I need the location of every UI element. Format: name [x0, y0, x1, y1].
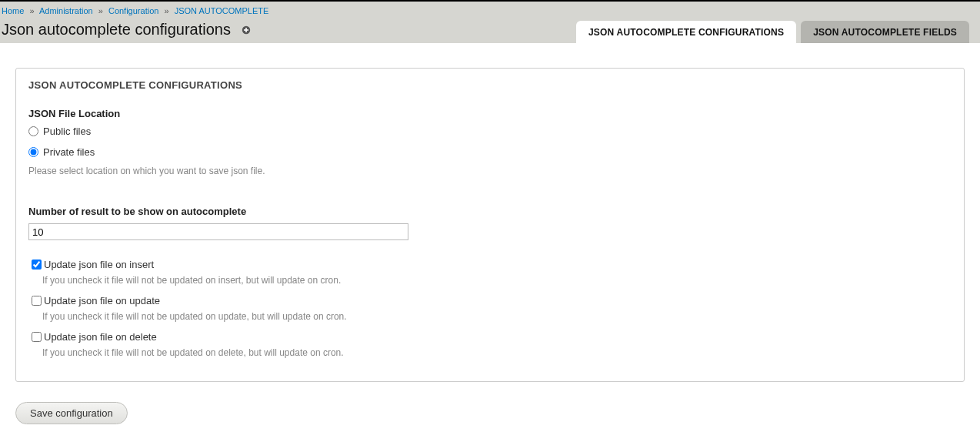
radio-private-files-row[interactable]: Private files: [28, 146, 952, 158]
save-row: Save configuration: [0, 393, 980, 432]
radio-public-files[interactable]: [28, 126, 38, 136]
breadcrumb-administration[interactable]: Administration: [39, 6, 93, 15]
header-area: Home » Administration » Configuration » …: [0, 2, 980, 43]
checkbox-update-on-delete-label: Update json file on delete: [44, 331, 157, 343]
cb-insert-row[interactable]: Update json file on insert: [28, 257, 952, 272]
checkbox-update-on-insert-label: Update json file on insert: [44, 259, 154, 270]
num-results-block: Number of result to be show on autocompl…: [28, 206, 952, 240]
radio-private-files-label: Private files: [43, 146, 95, 158]
cb-insert-item: Update json file on insert If you unchec…: [28, 257, 952, 286]
save-configuration-button[interactable]: Save configuration: [15, 402, 128, 424]
page-title-text: Json autocomplete configurations: [2, 21, 231, 39]
breadcrumb: Home » Administration » Configuration » …: [0, 2, 980, 17]
num-results-label: Number of result to be show on autocompl…: [28, 206, 952, 217]
cb-update-item: Update json file on update If you unchec…: [28, 293, 952, 322]
breadcrumb-sep: »: [164, 6, 168, 15]
cb-delete-item: Update json file on delete If you unchec…: [28, 330, 952, 358]
radio-public-files-label: Public files: [43, 126, 91, 137]
checkbox-update-on-update[interactable]: [32, 296, 42, 306]
tab-fields[interactable]: JSON AUTOCOMPLETE FIELDS: [801, 21, 969, 43]
cb-insert-help: If you uncheck it file will not be updat…: [42, 275, 952, 286]
checkbox-update-on-update-label: Update json file on update: [44, 295, 160, 306]
radio-public-files-row[interactable]: Public files: [28, 126, 952, 137]
config-panel: JSON AUTOCOMPLETE CONFIGURATIONS JSON Fi…: [15, 68, 965, 382]
cb-delete-help: If you uncheck it file will not be updat…: [42, 347, 952, 358]
breadcrumb-sep: »: [98, 6, 103, 15]
checkbox-update-on-insert[interactable]: [32, 260, 42, 270]
checkbox-update-on-delete[interactable]: [32, 332, 42, 342]
tab-configurations[interactable]: JSON AUTOCOMPLETE CONFIGURATIONS: [576, 21, 796, 43]
tabs: JSON AUTOCOMPLETE CONFIGURATIONS JSON AU…: [576, 21, 980, 43]
cb-delete-row[interactable]: Update json file on delete: [28, 330, 952, 344]
add-icon[interactable]: [242, 25, 251, 35]
title-row: Json autocomplete configurations JSON AU…: [0, 17, 980, 43]
panel-heading: JSON AUTOCOMPLETE CONFIGURATIONS: [28, 79, 952, 91]
radio-private-files[interactable]: [28, 147, 38, 157]
num-results-input[interactable]: [28, 223, 408, 240]
breadcrumb-configuration[interactable]: Configuration: [108, 6, 158, 15]
page-title: Json autocomplete configurations: [2, 21, 251, 43]
breadcrumb-sep: »: [29, 6, 34, 15]
svg-rect-2: [244, 29, 248, 31]
cb-update-row[interactable]: Update json file on update: [28, 293, 952, 308]
cb-update-help: If you uncheck it file will not be updat…: [42, 311, 952, 322]
breadcrumb-home[interactable]: Home: [2, 6, 24, 15]
file-location-label: JSON File Location: [28, 108, 952, 119]
main-area: JSON AUTOCOMPLETE CONFIGURATIONS JSON Fi…: [0, 43, 980, 393]
file-location-help: Please select location on which you want…: [28, 166, 952, 176]
checkbox-group: Update json file on insert If you unchec…: [28, 257, 952, 358]
breadcrumb-current[interactable]: JSON AUTOCOMPLETE: [175, 6, 269, 15]
